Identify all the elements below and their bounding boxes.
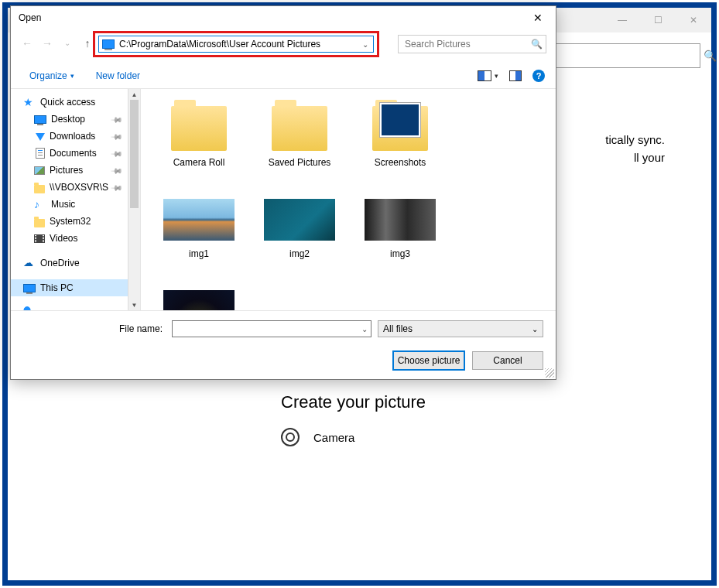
fold-icon xyxy=(34,219,45,227)
address-bar[interactable]: ⌄ xyxy=(98,36,374,53)
filename-input[interactable]: ⌄ xyxy=(172,320,371,337)
file-type-filter[interactable]: All files ⌄ xyxy=(378,320,543,337)
mon-icon xyxy=(23,284,36,292)
pin-icon: 📌 xyxy=(111,113,123,125)
file-label: img1 xyxy=(189,248,209,259)
dialog-search-input[interactable] xyxy=(399,39,527,50)
tree-item-label: Music xyxy=(51,199,75,210)
doc-icon xyxy=(36,148,45,159)
settings-search-input[interactable] xyxy=(556,50,704,62)
cancel-button[interactable]: Cancel xyxy=(472,351,543,370)
folder-icon xyxy=(171,106,227,151)
image-thumbnail xyxy=(264,199,335,241)
tree-item-documents[interactable]: Documents📌 xyxy=(11,145,128,162)
camera-icon xyxy=(281,428,300,446)
tree-item-label: \\VBOXSVR\S xyxy=(50,182,108,193)
camera-label: Camera xyxy=(313,431,354,444)
folder-icon xyxy=(272,106,327,151)
folder-tree[interactable]: Quick accessDesktop📌Downloads📌Documents📌… xyxy=(11,89,128,310)
tree-item-label: Pictures xyxy=(50,165,83,176)
this-pc-icon xyxy=(102,39,115,49)
star-icon xyxy=(23,97,36,108)
tree-item-music[interactable]: Music xyxy=(11,196,128,213)
pin-icon: 📌 xyxy=(111,164,123,176)
open-file-dialog: Open ✕ ← → ⌄ ↑ ⌄ 🔍 Organize ▾ xyxy=(10,5,556,380)
tree-item-label: Videos xyxy=(50,233,77,244)
dialog-search[interactable]: 🔍 xyxy=(398,35,546,53)
filename-label: File name: xyxy=(23,323,166,334)
file-item-saved-pictures[interactable]: Saved Pictures xyxy=(249,100,350,191)
file-item-img2[interactable]: img2 xyxy=(249,191,350,282)
cloud-icon xyxy=(23,258,36,268)
dialog-close-button[interactable]: ✕ xyxy=(520,6,556,29)
forward-button[interactable]: → xyxy=(39,35,56,52)
tree-item-label: Documents xyxy=(50,148,97,159)
tree-scrollbar[interactable]: ▲ ▼ xyxy=(128,89,140,310)
maximize-button[interactable]: ☐ xyxy=(640,8,676,32)
tree-item-downloads[interactable]: Downloads📌 xyxy=(11,128,128,145)
fold-icon xyxy=(34,185,45,193)
resize-grip-icon[interactable] xyxy=(545,368,554,378)
tree-item-quick-access[interactable]: Quick access xyxy=(11,94,128,111)
back-button[interactable]: ← xyxy=(19,35,36,52)
chevron-down-icon: ▾ xyxy=(70,72,74,80)
file-item-img4[interactable]: img4 xyxy=(149,282,249,310)
address-path-input[interactable] xyxy=(119,39,361,50)
file-item-camera-roll[interactable]: Camera Roll xyxy=(149,100,249,191)
folder-icon xyxy=(372,106,428,151)
view-icon xyxy=(478,70,491,81)
pin-icon: 📌 xyxy=(111,130,123,142)
new-folder-button[interactable]: New folder xyxy=(96,70,140,81)
file-label: img3 xyxy=(390,248,410,259)
scroll-thumb[interactable] xyxy=(130,100,139,208)
tree-item-this-pc[interactable]: This PC xyxy=(11,279,128,296)
address-bar-highlight: ⌄ xyxy=(93,31,379,57)
tree-item-desktop[interactable]: Desktop📌 xyxy=(11,111,128,128)
search-icon: 🔍 xyxy=(527,39,546,50)
scroll-up-icon[interactable]: ▲ xyxy=(128,89,140,100)
down-icon xyxy=(36,133,45,141)
camera-option[interactable]: Camera xyxy=(281,428,688,446)
dialog-bottom: File name: ⌄ All files ⌄ Choose picture … xyxy=(11,310,556,379)
preview-pane-button[interactable] xyxy=(509,70,522,81)
tree-item-network[interactable] xyxy=(11,304,128,310)
tree-item-videos[interactable]: Videos xyxy=(11,230,128,247)
pin-icon: 📌 xyxy=(111,147,123,159)
settings-search[interactable]: 🔍 xyxy=(555,43,700,68)
tree-item--vboxsvr-s[interactable]: \\VBOXSVR\S📌 xyxy=(11,179,128,196)
tree-item-label: System32 xyxy=(50,216,91,227)
dialog-title: Open xyxy=(19,12,41,23)
choose-picture-button[interactable]: Choose picture xyxy=(393,351,464,370)
file-item-img3[interactable]: img3 xyxy=(350,191,450,282)
image-thumbnail xyxy=(365,199,436,241)
minimize-button[interactable]: — xyxy=(604,8,640,32)
close-button[interactable]: ✕ xyxy=(676,8,711,32)
recent-button[interactable]: ⌄ xyxy=(59,35,76,52)
dialog-toolbar: Organize ▾ New folder ▾ ? xyxy=(11,63,556,89)
tree-item-system32[interactable]: System32 xyxy=(11,213,128,230)
file-item-screenshots[interactable]: Screenshots xyxy=(350,100,450,191)
chevron-down-icon: ▾ xyxy=(495,72,498,80)
organize-menu[interactable]: Organize ▾ xyxy=(29,70,74,81)
tree-item-label: Downloads xyxy=(50,131,95,142)
network-icon xyxy=(23,304,36,310)
chevron-down-icon[interactable]: ⌄ xyxy=(361,325,368,333)
address-dropdown-icon[interactable]: ⌄ xyxy=(361,40,370,49)
tree-item-pictures[interactable]: Pictures📌 xyxy=(11,162,128,179)
dialog-titlebar: Open ✕ xyxy=(11,6,556,29)
scroll-down-icon[interactable]: ▼ xyxy=(128,299,140,310)
search-icon: 🔍 xyxy=(704,50,717,62)
music-icon xyxy=(34,199,46,210)
tree-item-label: This PC xyxy=(40,282,74,293)
mon-icon xyxy=(34,115,46,124)
file-label: Screenshots xyxy=(375,157,426,168)
file-item-img1[interactable]: img1 xyxy=(149,191,249,282)
tree-item-onedrive[interactable]: OneDrive xyxy=(11,255,128,272)
tree-item-label: Quick access xyxy=(40,97,95,108)
file-label: Camera Roll xyxy=(173,157,225,168)
file-list[interactable]: Camera RollSaved PicturesScreenshotsimg1… xyxy=(141,89,556,310)
help-button[interactable]: ? xyxy=(532,70,545,82)
image-thumbnail xyxy=(163,290,235,310)
view-mode-button[interactable]: ▾ xyxy=(478,70,498,81)
section-heading: Create your picture xyxy=(281,392,688,412)
